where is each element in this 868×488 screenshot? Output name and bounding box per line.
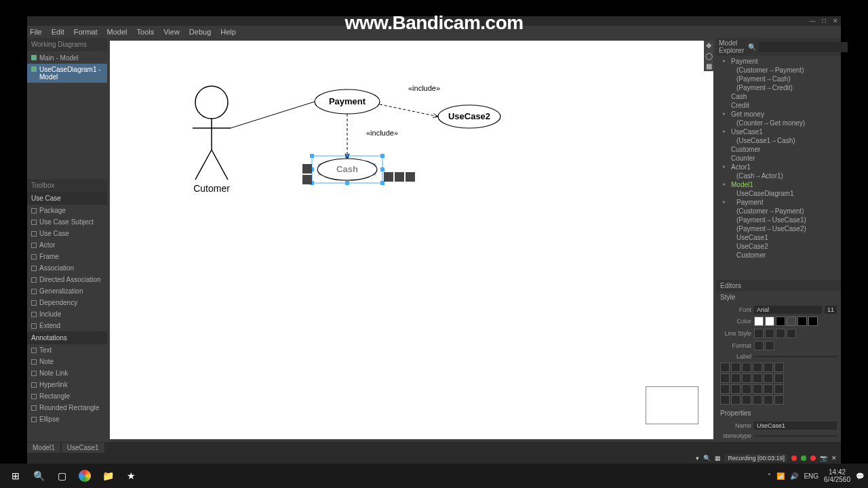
bottom-tab[interactable]: Model1 bbox=[27, 443, 60, 453]
tool-item[interactable]: Directed Association bbox=[27, 274, 107, 285]
tree-node[interactable]: (Cash→Actor1) bbox=[716, 171, 841, 180]
tree-node[interactable]: (Counter→Get money) bbox=[716, 119, 841, 127]
swatch-black[interactable] bbox=[808, 317, 818, 326]
font-size[interactable]: 11 bbox=[825, 306, 837, 314]
bottom-tab[interactable]: UseCase1 bbox=[62, 443, 104, 453]
menu-model[interactable]: Model bbox=[107, 28, 127, 36]
tool-item[interactable]: Hyperlink bbox=[27, 379, 107, 390]
tool-item[interactable]: Package bbox=[27, 205, 107, 216]
swatch-text[interactable] bbox=[797, 317, 807, 326]
tool-item[interactable]: Use Case Subject bbox=[27, 216, 107, 228]
ls-2[interactable] bbox=[765, 329, 774, 338]
align-cell[interactable] bbox=[753, 395, 762, 405]
menu-tools[interactable]: Tools bbox=[137, 28, 155, 36]
align-cell[interactable] bbox=[720, 373, 730, 383]
tool-item[interactable]: Use Case bbox=[27, 228, 107, 239]
fmt-1[interactable] bbox=[754, 341, 764, 350]
swatch-line[interactable] bbox=[776, 317, 785, 326]
staruml-icon[interactable]: ★ bbox=[119, 466, 142, 485]
swatch-gray[interactable] bbox=[787, 317, 796, 326]
font-value[interactable]: Arial bbox=[754, 306, 822, 314]
align-cell[interactable] bbox=[720, 395, 730, 405]
tree-node[interactable]: (Payment→Credit) bbox=[716, 83, 841, 92]
align-cell[interactable] bbox=[720, 363, 730, 372]
tool-group-header[interactable]: Use Case bbox=[27, 192, 107, 205]
align-cell[interactable] bbox=[731, 395, 741, 405]
swatch-white[interactable] bbox=[754, 317, 764, 326]
tool-item[interactable]: Extend bbox=[27, 320, 107, 331]
maximize-button[interactable]: □ bbox=[823, 18, 826, 24]
tree-node[interactable]: Credit bbox=[716, 101, 841, 110]
clock[interactable]: 14:426/4/2560 bbox=[824, 468, 850, 483]
stereotype-value[interactable] bbox=[754, 435, 837, 436]
name-value[interactable]: UseCase1 bbox=[754, 422, 837, 430]
pointer-tool-icon[interactable]: ✥ bbox=[704, 41, 713, 51]
align-cell[interactable] bbox=[774, 373, 784, 383]
tree-node[interactable]: Model1 bbox=[716, 180, 841, 189]
tree-node[interactable]: (Customer→Payment) bbox=[716, 66, 841, 75]
tool-item[interactable]: Dependency bbox=[27, 297, 107, 308]
tool-item[interactable]: Actor bbox=[27, 239, 107, 251]
task-view-button[interactable]: ▢ bbox=[50, 466, 73, 485]
close-recorder-icon[interactable]: ✕ bbox=[831, 455, 837, 462]
tree-node[interactable]: Counter bbox=[716, 154, 841, 163]
tree-node[interactable]: Cash bbox=[716, 92, 841, 101]
tree-node[interactable]: Payment bbox=[716, 57, 841, 66]
chrome-icon[interactable] bbox=[73, 466, 96, 485]
tool-item[interactable]: Note Link bbox=[27, 367, 107, 379]
lang-indicator[interactable]: ENG bbox=[804, 472, 818, 480]
tool-item[interactable]: Text bbox=[27, 344, 107, 356]
play-button[interactable] bbox=[801, 455, 806, 461]
align-cell[interactable] bbox=[774, 395, 784, 405]
stop-button[interactable] bbox=[810, 455, 816, 461]
zoom-tool-icon[interactable]: ◯ bbox=[704, 51, 713, 61]
record-button[interactable] bbox=[791, 455, 797, 461]
align-cell[interactable] bbox=[774, 384, 784, 394]
network-icon[interactable]: 📶 bbox=[776, 472, 785, 480]
menu-debug[interactable]: Debug bbox=[189, 28, 211, 36]
diagram-svg[interactable]: CutomerPaymentUseCase2Cash«include»«incl… bbox=[110, 41, 713, 439]
tree-node[interactable]: Actor1 bbox=[716, 163, 841, 171]
menu-format[interactable]: Format bbox=[74, 28, 98, 36]
tree-node[interactable]: Payment bbox=[716, 198, 841, 207]
tree-node[interactable]: UseCase2 bbox=[716, 242, 841, 251]
camera-icon[interactable]: 📷 bbox=[820, 455, 827, 462]
tree-node[interactable]: Customer bbox=[716, 145, 841, 154]
align-cell[interactable] bbox=[753, 363, 762, 372]
close-button[interactable]: ✕ bbox=[833, 18, 838, 24]
search-icon[interactable]: 🔍 bbox=[748, 43, 756, 51]
minimap[interactable] bbox=[646, 386, 698, 424]
notifications-icon[interactable]: 💬 bbox=[856, 472, 864, 480]
start-button[interactable]: ⊞ bbox=[4, 466, 27, 485]
menu-view[interactable]: View bbox=[163, 28, 180, 36]
align-cell[interactable] bbox=[742, 363, 751, 372]
tool-item[interactable]: Ellipse bbox=[27, 413, 107, 425]
grid-icon[interactable]: ▦ bbox=[715, 455, 721, 462]
status-icon[interactable]: ▾ bbox=[696, 455, 699, 462]
menu-file[interactable]: File bbox=[30, 28, 42, 36]
tray-chevron-icon[interactable]: ˄ bbox=[768, 472, 771, 480]
minimize-button[interactable]: — bbox=[810, 18, 816, 24]
align-cell[interactable] bbox=[731, 373, 741, 383]
tool-item[interactable]: Rectangle bbox=[27, 390, 107, 402]
tree-node[interactable]: UseCase1 bbox=[716, 127, 841, 136]
tree-node[interactable]: UseCaseDiagram1 bbox=[716, 189, 841, 198]
align-cell[interactable] bbox=[774, 363, 784, 372]
tool-item[interactable]: Include bbox=[27, 308, 107, 320]
align-cell[interactable] bbox=[720, 384, 730, 394]
align-cell[interactable] bbox=[731, 363, 741, 372]
tool-item[interactable]: Association bbox=[27, 262, 107, 274]
canvas[interactable]: CutomerPaymentUseCase2Cash«include»«incl… bbox=[110, 41, 713, 439]
tool-item[interactable]: Note bbox=[27, 356, 107, 367]
volume-icon[interactable]: 🔊 bbox=[790, 472, 798, 480]
menu-help[interactable]: Help bbox=[220, 28, 236, 36]
align-cell[interactable] bbox=[742, 384, 751, 394]
swatch-fill[interactable] bbox=[765, 317, 774, 326]
ls-3[interactable] bbox=[776, 329, 785, 338]
align-cell[interactable] bbox=[742, 395, 751, 405]
ls-4[interactable] bbox=[787, 329, 796, 338]
tool-group-header[interactable]: Annotations bbox=[27, 331, 107, 344]
tool-item[interactable]: Generalization bbox=[27, 285, 107, 297]
diagram-tab[interactable]: Main - Model bbox=[27, 52, 107, 64]
label-value[interactable] bbox=[754, 356, 837, 357]
